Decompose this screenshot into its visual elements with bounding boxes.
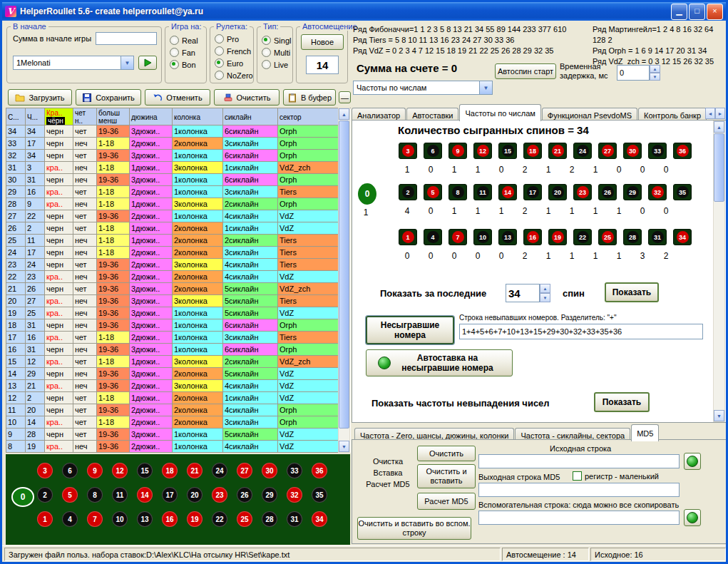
table-row[interactable]: 313кра..неч1-181дюжи..3колонка1сиклайнVd…: [6, 162, 351, 174]
radio-icon[interactable]: [170, 48, 179, 57]
missed-string-input[interactable]: 1+4+5+6+7+10+13+15+29+30+32+33+35+36: [459, 324, 703, 339]
table-row[interactable]: 1716кра..чет1-182дюжи..1колонка3сиклайнT…: [6, 332, 351, 344]
felt-number-15[interactable]: 15: [137, 463, 153, 478]
table-row[interactable]: 3434чернчет19-363дюжи..1колонка6сиклайнO…: [6, 125, 351, 138]
radio-option-fan[interactable]: Fan: [165, 46, 206, 58]
felt-number-20[interactable]: 20: [187, 487, 202, 503]
autospin-start-button[interactable]: Автоспин старт: [495, 63, 556, 79]
felt-number-34[interactable]: 34: [312, 511, 327, 527]
show-last-input[interactable]: 34: [506, 284, 540, 302]
md5-calc-button[interactable]: Расчет MD5: [417, 493, 476, 510]
felt-number-23[interactable]: 23: [212, 487, 227, 503]
radio-option-bon[interactable]: Bon: [165, 58, 206, 71]
copy-buffer-button[interactable]: В буфер: [283, 89, 336, 106]
minimize-button[interactable]: ▁: [671, 4, 687, 20]
tabs-scroll-left-icon[interactable]: ◄: [705, 108, 715, 119]
radio-icon[interactable]: [170, 60, 179, 69]
md5-source-go-button[interactable]: [684, 453, 701, 470]
table-row[interactable]: 1925кра..неч19-363дюжи..1колонка5сиклайн…: [6, 307, 351, 319]
radio-option-nozero[interactable]: NoZero: [210, 69, 253, 81]
felt-number-18[interactable]: 18: [162, 463, 178, 478]
felt-number-31[interactable]: 31: [287, 511, 302, 527]
md5-clear-button[interactable]: Очистить: [417, 446, 476, 461]
felt-number-24[interactable]: 24: [212, 463, 227, 478]
radio-icon[interactable]: [262, 48, 271, 57]
felt-number-16[interactable]: 16: [162, 511, 178, 527]
preset-combobox[interactable]: 1Melonati ▼: [13, 56, 134, 70]
radio-option-singl[interactable]: Singl: [257, 34, 292, 46]
felt-number-2[interactable]: 2: [37, 487, 53, 503]
play-button[interactable]: [138, 56, 157, 70]
missed-numbers-button[interactable]: Несыгравшие номера: [366, 316, 454, 344]
delay-spinner[interactable]: ▲ ▼: [650, 65, 660, 81]
md5-aux-input[interactable]: [478, 511, 680, 525]
tabs-scroll-right-icon[interactable]: ►: [715, 108, 725, 119]
save-button[interactable]: Сохранить: [76, 89, 141, 106]
table-row[interactable]: 819кра..неч19-362дюжи..1колонка4сиклайнV…: [6, 441, 351, 453]
md5-clear-paste-aux-button[interactable]: Очистить и вставить во вспом. строку: [357, 517, 471, 540]
panel-scrollbar[interactable]: ▲ ▼: [713, 121, 725, 422]
felt-number-14[interactable]: 14: [137, 487, 153, 503]
felt-zero-chip[interactable]: 0: [11, 487, 34, 507]
md5-output-input[interactable]: [478, 483, 680, 497]
radio-icon[interactable]: [215, 71, 224, 80]
table-row[interactable]: 1120чернчет19-362дюжи..2колонка4сиклайнO…: [6, 404, 351, 416]
new-shift-button[interactable]: Новое: [301, 34, 344, 50]
table-row[interactable]: 1321кра..неч19-362дюжи..3колонка4сиклайн…: [6, 380, 351, 392]
radio-icon[interactable]: [215, 34, 224, 43]
scroll-down-icon[interactable]: ▼: [339, 441, 349, 452]
table-row[interactable]: 1631черннеч19-363дюжи..1колонка6сиклайнO…: [6, 344, 351, 356]
table-row[interactable]: 1512кра..чет1-181дюжи..3колонка2сиклайнV…: [6, 356, 351, 368]
md5-clear-paste-button[interactable]: Очистить и вставить: [417, 464, 476, 488]
tab-3[interactable]: MD5: [631, 424, 659, 441]
radio-icon[interactable]: [170, 36, 179, 45]
felt-number-26[interactable]: 26: [237, 487, 252, 503]
table-row[interactable]: 2324чернчет19-362дюжи..3колонка4сиклайнT…: [6, 259, 351, 271]
spin-up-icon[interactable]: ▲: [540, 284, 550, 293]
table-row[interactable]: 2126чернчет19-363дюжи..2колонка5сиклайнV…: [6, 283, 351, 295]
felt-number-3[interactable]: 3: [37, 463, 53, 478]
tab-3[interactable]: Частоты по числам: [459, 104, 540, 121]
table-row[interactable]: 1014кра..чет1-182дюжи..2колонка3сиклайнO…: [6, 416, 351, 429]
felt-number-32[interactable]: 32: [287, 487, 302, 503]
felt-number-11[interactable]: 11: [112, 487, 128, 503]
felt-number-7[interactable]: 7: [87, 511, 103, 527]
table-row[interactable]: 2722чернчет19-362дюжи..1колонка4сиклайнV…: [6, 210, 351, 222]
scroll-up-icon[interactable]: ▲: [339, 108, 349, 120]
table-row[interactable]: 2511черннеч1-181дюжи..2колонка2сиклайнTi…: [6, 235, 351, 247]
felt-number-33[interactable]: 33: [287, 463, 302, 478]
radio-icon[interactable]: [262, 36, 271, 45]
mode-combobox[interactable]: Частоты по числам ▼: [353, 81, 493, 95]
spin-down-icon[interactable]: ▼: [540, 293, 550, 302]
table-row[interactable]: 1429черннеч19-363дюжи..2колонка5сиклайнV…: [6, 368, 351, 380]
scroll-up-icon[interactable]: ▲: [714, 121, 724, 133]
felt-number-21[interactable]: 21: [187, 463, 202, 478]
felt-number-27[interactable]: 27: [237, 463, 252, 478]
table-row[interactable]: 262чернчет1-181дюжи..2колонка1сиклайнVdZ: [6, 222, 351, 235]
radio-option-multi[interactable]: Multi: [257, 46, 292, 58]
felt-number-5[interactable]: 5: [62, 487, 78, 503]
felt-number-6[interactable]: 6: [62, 463, 78, 478]
felt-number-8[interactable]: 8: [87, 487, 103, 503]
radio-option-real[interactable]: Real: [165, 34, 206, 46]
felt-number-13[interactable]: 13: [137, 511, 153, 527]
delay-input[interactable]: 0: [617, 65, 650, 81]
spin-up-icon[interactable]: ▲: [650, 65, 660, 73]
spin-down-icon[interactable]: ▼: [650, 73, 660, 81]
felt-number-9[interactable]: 9: [87, 463, 103, 478]
checkbox-icon[interactable]: [573, 471, 582, 481]
load-button[interactable]: Загрузить: [8, 89, 72, 106]
radio-option-french[interactable]: French: [210, 45, 253, 57]
felt-number-29[interactable]: 29: [262, 487, 277, 503]
table-scrollbar[interactable]: ▲ ▼: [338, 108, 350, 453]
table-row[interactable]: 2027кра..неч19-363дюжи..3колонка5сиклайн…: [6, 295, 351, 307]
chevron-down-icon[interactable]: ▼: [479, 81, 492, 94]
clear-button[interactable]: Очистить: [214, 89, 280, 106]
felt-number-4[interactable]: 4: [62, 511, 78, 527]
table-row[interactable]: 1831черннеч19-363дюжи..1колонка6сиклайнO…: [6, 319, 351, 332]
maximize-button[interactable]: □: [689, 4, 705, 20]
radio-icon[interactable]: [262, 60, 271, 69]
felt-number-35[interactable]: 35: [312, 487, 327, 503]
table-row[interactable]: 2916кра..чет1-182дюжи..1колонка3сиклайнT…: [6, 186, 351, 198]
table-row[interactable]: 3031черннеч19-363дюжи..1колонка6сиклайнO…: [6, 174, 351, 186]
